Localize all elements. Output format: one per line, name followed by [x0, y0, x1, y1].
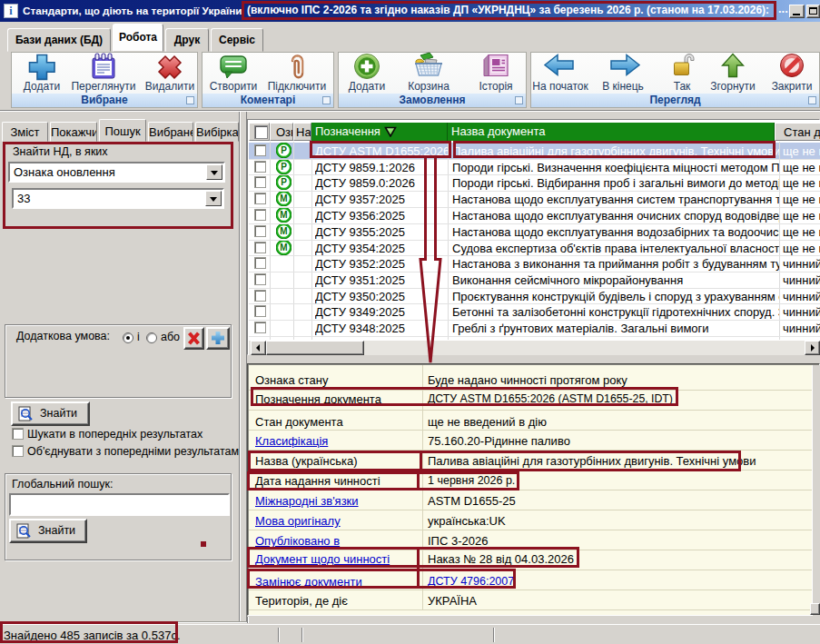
- svg-text:М: М: [280, 226, 287, 236]
- svg-text:Р: Р: [281, 177, 287, 187]
- svg-text:Р: Р: [281, 145, 287, 155]
- svg-text:М: М: [280, 210, 287, 220]
- svg-text:М: М: [280, 243, 287, 253]
- svg-text:Р: Р: [281, 162, 287, 172]
- svg-text:М: М: [280, 193, 287, 203]
